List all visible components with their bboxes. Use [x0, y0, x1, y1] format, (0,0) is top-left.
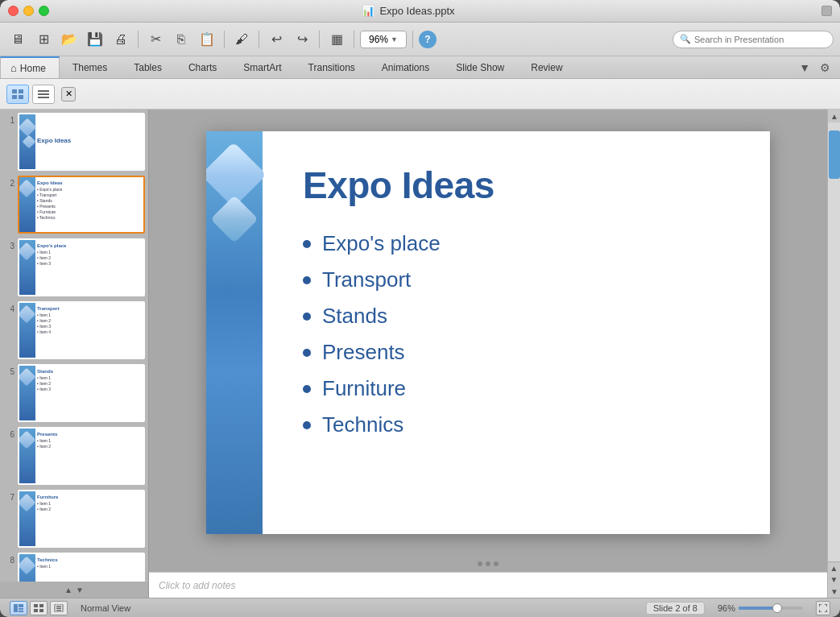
slide-sorter-button[interactable]	[30, 601, 48, 615]
tab-review[interactable]: Review	[518, 56, 576, 78]
ribbon-collapse-btn[interactable]: ▼	[796, 60, 813, 76]
svg-rect-2	[12, 95, 17, 99]
slide-thumb-1[interactable]: Expo Ideas	[18, 113, 145, 171]
slide-thumb-3[interactable]: Expo's place • Item 1 • Item 2 • Item 3	[18, 238, 145, 296]
bullet-dot-4	[303, 349, 311, 357]
resize-button[interactable]	[821, 6, 832, 16]
view-list-button[interactable]	[32, 85, 55, 104]
scroll-split-down[interactable]: ▼	[828, 574, 841, 585]
main-window: 📊 Expo Ideas.pptx 🖥 ⊞ 📂 💾 🖨 ✂ ⎘ 📋 🖌 ↩ ↪ …	[0, 0, 840, 617]
titlebar: 📊 Expo Ideas.pptx	[0, 0, 840, 23]
notes-area[interactable]: Click to add notes	[149, 572, 827, 598]
tab-home[interactable]: ⌂ Home	[0, 56, 60, 78]
toolbar-open[interactable]: 📂	[58, 28, 81, 51]
view-list-icon	[38, 89, 49, 99]
zoom-slider-thumb[interactable]	[772, 603, 782, 613]
tab-themes[interactable]: Themes	[60, 56, 121, 78]
slide-thumb-7[interactable]: Furniture • Item 1 • Item 2	[18, 490, 145, 548]
svg-rect-6	[38, 97, 49, 98]
toolbar-grid[interactable]: ⊞	[32, 28, 55, 51]
slide-thumb-5[interactable]: Stands • Item 1 • Item 2 • Item 3	[18, 364, 145, 422]
slide-viewport: Expo Ideas Expo's place Transport	[149, 110, 827, 556]
view-label: Normal View	[81, 603, 130, 613]
close-panel-button[interactable]: ✕	[61, 87, 76, 101]
minimize-button[interactable]	[23, 6, 34, 16]
slide-item-2[interactable]: 2 Expo Ideas • Expo's place • Transport …	[3, 176, 145, 234]
toolbar-insert[interactable]: ▦	[325, 28, 348, 51]
slide-thumb-2[interactable]: Expo Ideas • Expo's place • Transport • …	[18, 176, 145, 234]
scroll-track[interactable]	[828, 122, 840, 561]
tab-smartart[interactable]: SmartArt	[230, 56, 295, 78]
close-button[interactable]	[8, 6, 19, 16]
toolbar-new[interactable]: 🖥	[6, 28, 29, 51]
slide-bullet-1: Expo's place	[303, 231, 730, 256]
bullet-dot-1	[303, 240, 311, 248]
zoom-value: 96%	[369, 34, 388, 45]
toolbar-format[interactable]: 🖌	[230, 28, 253, 51]
slide-thumb-4[interactable]: Transport • Item 1 • Item 2 • Item 3 • I…	[18, 301, 145, 359]
tab-transitions-label: Transitions	[308, 62, 355, 73]
zoom-slider-track[interactable]	[739, 607, 803, 610]
slide-item-7[interactable]: 7 Furniture • Item 1 • Item 2	[3, 490, 145, 548]
slide-nav-dots	[149, 556, 827, 572]
tab-animations[interactable]: Animations	[369, 56, 443, 78]
tab-tables-label: Tables	[134, 62, 162, 73]
tab-transitions[interactable]: Transitions	[296, 56, 369, 78]
tab-charts[interactable]: Charts	[176, 56, 230, 78]
slide-item-5[interactable]: 5 Stands • Item 1 • Item 2 • Item 3	[3, 364, 145, 422]
slide-item-6[interactable]: 6 Presents • Item 1 • Item 2	[3, 427, 145, 485]
slide-bullet-2: Transport	[303, 267, 730, 292]
scroll-split-up[interactable]: ▲	[828, 562, 841, 574]
maximize-button[interactable]	[39, 6, 49, 16]
reading-view-button[interactable]	[50, 601, 68, 615]
tab-charts-label: Charts	[188, 62, 217, 73]
slide-item-8[interactable]: 8 Technics • Item 1	[3, 553, 145, 582]
view-icons	[10, 601, 68, 615]
ribbon-view-content: ✕	[0, 79, 840, 110]
scroll-down-button[interactable]: ▼	[828, 585, 840, 598]
help-button[interactable]: ?	[419, 31, 437, 48]
right-scrollbar: ▲ ▲ ▼ ▼	[827, 110, 840, 598]
slide-thumb-8[interactable]: Technics • Item 1	[18, 553, 145, 582]
toolbar-print[interactable]: 🖨	[110, 28, 132, 51]
slide-item-4[interactable]: 4 Transport • Item 1 • Item 2 • Item 3	[3, 301, 145, 359]
toolbar-redo[interactable]: ↪	[291, 28, 313, 51]
bullet-dot-6	[303, 421, 311, 429]
tab-slideshow[interactable]: Slide Show	[443, 56, 518, 78]
slide-bullets-list: Expo's place Transport Stands	[303, 231, 730, 437]
bullet-dot-5	[303, 385, 311, 393]
normal-view-button[interactable]	[10, 601, 27, 615]
slide-sorter-icon	[34, 604, 43, 612]
slide-number-3: 3	[3, 238, 14, 251]
slide-item-3[interactable]: 3 Expo's place • Item 1 • Item 2 • Item …	[3, 238, 145, 296]
toolbar-sep-5	[354, 31, 354, 48]
slides-scroll-up[interactable]: ▲	[64, 586, 72, 594]
scroll-up-button[interactable]: ▲	[828, 110, 840, 122]
main-area: 1 Expo Ideas	[0, 110, 840, 598]
toolbar-paste[interactable]: 📋	[196, 28, 218, 51]
toolbar-cut[interactable]: ✂	[144, 28, 167, 51]
view-grid-icon	[12, 89, 23, 99]
slides-scroll-down[interactable]: ▼	[76, 586, 84, 594]
search-box[interactable]: 🔍	[672, 31, 834, 48]
slide-bullet-6: Technics	[303, 412, 730, 437]
slide-bullet-4: Presents	[303, 340, 730, 365]
search-input[interactable]	[694, 35, 823, 44]
slide-title: Expo Ideas	[303, 164, 730, 207]
toolbar-undo[interactable]: ↩	[265, 28, 288, 51]
zoom-dropdown-icon[interactable]: ▼	[391, 35, 398, 43]
tab-animations-label: Animations	[382, 62, 429, 73]
ribbon-settings-btn[interactable]: ⚙	[817, 60, 834, 76]
slide-thumb-6[interactable]: Presents • Item 1 • Item 2	[18, 427, 145, 485]
notes-placeholder: Click to add notes	[159, 580, 235, 591]
view-grid-button[interactable]	[6, 85, 29, 104]
tab-tables[interactable]: Tables	[121, 56, 176, 78]
slide-item-1[interactable]: 1 Expo Ideas	[3, 113, 145, 171]
fullscreen-button[interactable]	[816, 601, 830, 615]
zoom-control[interactable]: 96% ▼	[360, 31, 407, 48]
bullet-text-2: Transport	[322, 267, 411, 292]
toolbar-save[interactable]: 💾	[84, 28, 106, 51]
toolbar-copy[interactable]: ⎘	[170, 28, 192, 51]
fullscreen-icon	[819, 604, 827, 612]
normal-view-icon	[14, 604, 23, 612]
